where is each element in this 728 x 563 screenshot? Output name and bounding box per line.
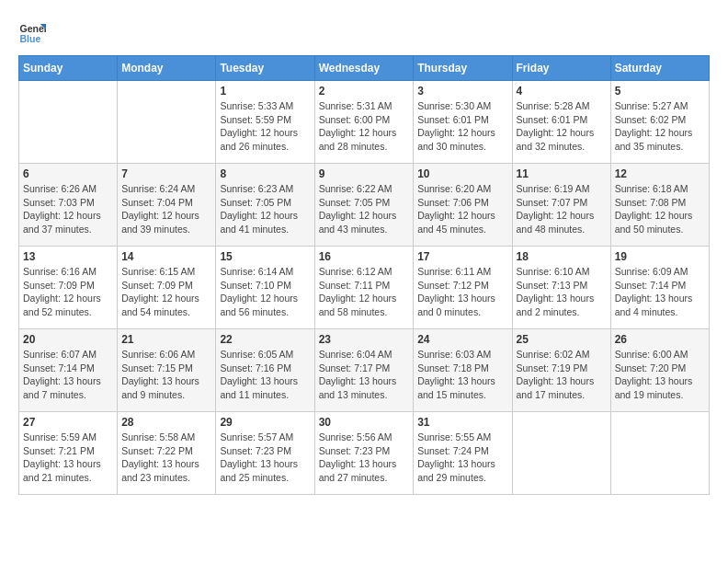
day-number: 29 <box>220 416 310 429</box>
day-number: 12 <box>615 167 705 180</box>
day-number: 23 <box>319 333 410 346</box>
calendar-cell: 2Sunrise: 5:31 AM Sunset: 6:00 PM Daylig… <box>314 81 414 164</box>
calendar-week-row: 1Sunrise: 5:33 AM Sunset: 5:59 PM Daylig… <box>19 81 710 164</box>
calendar-cell <box>19 81 118 164</box>
calendar-week-row: 6Sunrise: 6:26 AM Sunset: 7:03 PM Daylig… <box>19 164 710 247</box>
calendar-cell: 11Sunrise: 6:19 AM Sunset: 7:07 PM Dayli… <box>512 164 610 247</box>
day-number: 30 <box>319 416 410 429</box>
day-number: 11 <box>517 167 607 180</box>
calendar-week-row: 27Sunrise: 5:59 AM Sunset: 7:21 PM Dayli… <box>19 412 710 495</box>
day-number: 24 <box>417 333 507 346</box>
day-info: Sunrise: 5:55 AM Sunset: 7:24 PM Dayligh… <box>417 431 507 485</box>
day-info: Sunrise: 6:23 AM Sunset: 7:05 PM Dayligh… <box>220 182 310 236</box>
calendar-cell: 22Sunrise: 6:05 AM Sunset: 7:16 PM Dayli… <box>216 329 314 412</box>
calendar-cell: 17Sunrise: 6:11 AM Sunset: 7:12 PM Dayli… <box>414 247 512 329</box>
calendar-cell: 18Sunrise: 6:10 AM Sunset: 7:13 PM Dayli… <box>512 247 610 329</box>
day-info: Sunrise: 5:28 AM Sunset: 6:01 PM Dayligh… <box>517 99 607 154</box>
day-info: Sunrise: 5:56 AM Sunset: 7:23 PM Dayligh… <box>319 431 410 485</box>
calendar-week-row: 13Sunrise: 6:16 AM Sunset: 7:09 PM Dayli… <box>19 247 710 329</box>
day-number: 22 <box>220 333 310 346</box>
day-number: 1 <box>220 85 310 98</box>
calendar-cell: 15Sunrise: 6:14 AM Sunset: 7:10 PM Dayli… <box>216 247 314 329</box>
calendar-cell: 31Sunrise: 5:55 AM Sunset: 7:24 PM Dayli… <box>414 412 512 495</box>
day-info: Sunrise: 5:58 AM Sunset: 7:22 PM Dayligh… <box>121 431 211 485</box>
calendar-cell: 9Sunrise: 6:22 AM Sunset: 7:05 PM Daylig… <box>314 164 414 247</box>
logo-icon: General Blue <box>18 18 46 46</box>
day-number: 13 <box>23 250 113 263</box>
day-info: Sunrise: 5:33 AM Sunset: 5:59 PM Dayligh… <box>220 99 310 154</box>
calendar-cell: 16Sunrise: 6:12 AM Sunset: 7:11 PM Dayli… <box>314 247 414 329</box>
day-info: Sunrise: 6:06 AM Sunset: 7:15 PM Dayligh… <box>121 348 211 402</box>
calendar-cell: 4Sunrise: 5:28 AM Sunset: 6:01 PM Daylig… <box>512 81 610 164</box>
calendar-cell: 8Sunrise: 6:23 AM Sunset: 7:05 PM Daylig… <box>216 164 314 247</box>
calendar-cell: 30Sunrise: 5:56 AM Sunset: 7:23 PM Dayli… <box>314 412 414 495</box>
day-number: 20 <box>23 333 113 346</box>
day-number: 21 <box>121 333 211 346</box>
day-number: 26 <box>615 333 705 346</box>
day-info: Sunrise: 6:09 AM Sunset: 7:14 PM Dayligh… <box>615 265 705 319</box>
calendar-cell <box>118 81 216 164</box>
weekday-header: Friday <box>512 56 610 81</box>
calendar-cell: 23Sunrise: 6:04 AM Sunset: 7:17 PM Dayli… <box>314 329 414 412</box>
calendar-cell: 19Sunrise: 6:09 AM Sunset: 7:14 PM Dayli… <box>610 247 709 329</box>
day-info: Sunrise: 5:59 AM Sunset: 7:21 PM Dayligh… <box>23 431 113 485</box>
day-number: 15 <box>220 250 310 263</box>
day-info: Sunrise: 6:20 AM Sunset: 7:06 PM Dayligh… <box>417 182 507 236</box>
day-number: 4 <box>517 85 607 98</box>
day-info: Sunrise: 5:27 AM Sunset: 6:02 PM Dayligh… <box>615 99 705 154</box>
day-number: 2 <box>319 85 410 98</box>
calendar-cell: 21Sunrise: 6:06 AM Sunset: 7:15 PM Dayli… <box>118 329 216 412</box>
day-info: Sunrise: 6:00 AM Sunset: 7:20 PM Dayligh… <box>615 348 705 402</box>
day-info: Sunrise: 6:12 AM Sunset: 7:11 PM Dayligh… <box>319 265 410 319</box>
day-info: Sunrise: 6:05 AM Sunset: 7:16 PM Dayligh… <box>220 348 310 402</box>
day-number: 16 <box>319 250 410 263</box>
day-info: Sunrise: 6:26 AM Sunset: 7:03 PM Dayligh… <box>23 182 113 236</box>
day-info: Sunrise: 6:22 AM Sunset: 7:05 PM Dayligh… <box>319 182 410 236</box>
calendar-cell: 26Sunrise: 6:00 AM Sunset: 7:20 PM Dayli… <box>610 329 709 412</box>
day-number: 28 <box>121 416 211 429</box>
calendar-cell: 25Sunrise: 6:02 AM Sunset: 7:19 PM Dayli… <box>512 329 610 412</box>
day-number: 19 <box>615 250 705 263</box>
day-number: 7 <box>121 167 211 180</box>
day-number: 18 <box>517 250 607 263</box>
day-info: Sunrise: 5:31 AM Sunset: 6:00 PM Dayligh… <box>319 99 410 154</box>
day-info: Sunrise: 6:02 AM Sunset: 7:19 PM Dayligh… <box>517 348 607 402</box>
day-info: Sunrise: 6:15 AM Sunset: 7:09 PM Dayligh… <box>121 265 211 319</box>
calendar-cell: 13Sunrise: 6:16 AM Sunset: 7:09 PM Dayli… <box>19 247 118 329</box>
calendar-cell: 10Sunrise: 6:20 AM Sunset: 7:06 PM Dayli… <box>414 164 512 247</box>
weekday-header: Sunday <box>19 56 118 81</box>
day-info: Sunrise: 6:18 AM Sunset: 7:08 PM Dayligh… <box>615 182 705 236</box>
day-info: Sunrise: 6:16 AM Sunset: 7:09 PM Dayligh… <box>23 265 113 319</box>
day-info: Sunrise: 6:11 AM Sunset: 7:12 PM Dayligh… <box>417 265 507 319</box>
weekday-header: Tuesday <box>216 56 314 81</box>
calendar-cell: 28Sunrise: 5:58 AM Sunset: 7:22 PM Dayli… <box>118 412 216 495</box>
calendar-cell: 7Sunrise: 6:24 AM Sunset: 7:04 PM Daylig… <box>118 164 216 247</box>
day-number: 9 <box>319 167 410 180</box>
day-number: 3 <box>417 85 507 98</box>
calendar-cell: 3Sunrise: 5:30 AM Sunset: 6:01 PM Daylig… <box>414 81 512 164</box>
calendar-cell: 29Sunrise: 5:57 AM Sunset: 7:23 PM Dayli… <box>216 412 314 495</box>
day-number: 5 <box>615 85 705 98</box>
calendar-cell: 1Sunrise: 5:33 AM Sunset: 5:59 PM Daylig… <box>216 81 314 164</box>
calendar-cell: 27Sunrise: 5:59 AM Sunset: 7:21 PM Dayli… <box>19 412 118 495</box>
weekday-header: Monday <box>118 56 216 81</box>
calendar-cell: 14Sunrise: 6:15 AM Sunset: 7:09 PM Dayli… <box>118 247 216 329</box>
day-number: 17 <box>417 250 507 263</box>
day-info: Sunrise: 6:03 AM Sunset: 7:18 PM Dayligh… <box>417 348 507 402</box>
calendar-cell: 6Sunrise: 6:26 AM Sunset: 7:03 PM Daylig… <box>19 164 118 247</box>
calendar-table: SundayMondayTuesdayWednesdayThursdayFrid… <box>18 55 710 495</box>
weekday-header: Wednesday <box>314 56 414 81</box>
day-number: 8 <box>220 167 310 180</box>
day-number: 25 <box>517 333 607 346</box>
day-info: Sunrise: 5:30 AM Sunset: 6:01 PM Dayligh… <box>417 99 507 154</box>
day-info: Sunrise: 6:10 AM Sunset: 7:13 PM Dayligh… <box>517 265 607 319</box>
day-number: 10 <box>417 167 507 180</box>
day-number: 31 <box>417 416 507 429</box>
weekday-header-row: SundayMondayTuesdayWednesdayThursdayFrid… <box>19 56 710 81</box>
day-info: Sunrise: 6:24 AM Sunset: 7:04 PM Dayligh… <box>121 182 211 236</box>
calendar-week-row: 20Sunrise: 6:07 AM Sunset: 7:14 PM Dayli… <box>19 329 710 412</box>
day-info: Sunrise: 6:19 AM Sunset: 7:07 PM Dayligh… <box>517 182 607 236</box>
day-number: 14 <box>121 250 211 263</box>
page-header: General Blue <box>18 18 710 46</box>
weekday-header: Saturday <box>610 56 709 81</box>
